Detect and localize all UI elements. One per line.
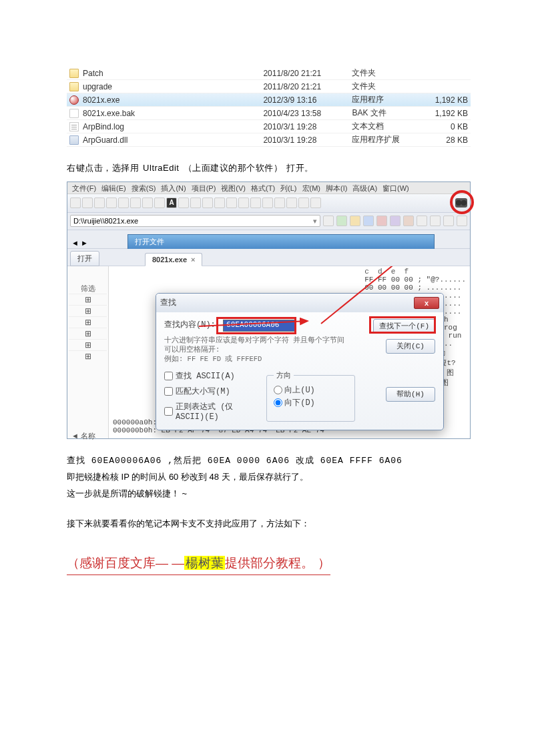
close-icon[interactable]: × [191,256,195,264]
chk-regex[interactable]: 正则表达式 (仅 ASCII)(E) [164,401,250,422]
hex-view[interactable]: c d e f FF FF 00 00 ; "@?......00 00 00 … [109,266,470,438]
menu-item[interactable]: 格式(T) [249,183,277,192]
instruction-1: 右键点击，选择用 UltraEdit （上面建议的那个软件） 打开。 [67,161,471,175]
dialog-titlebar: 查找 x [156,294,443,312]
dll-icon [69,135,79,145]
menubar[interactable]: 文件(F)编辑(E)搜索(S)插入(N)项目(P)视图(V)格式(T)列(L)宏… [67,182,470,194]
file-icon [69,109,79,118]
chk-case[interactable]: 匹配大小写(M) [164,386,250,397]
direction-group: 方向 向上(U) 向下(D) [266,370,355,422]
menu-item[interactable]: 脚本(I) [324,183,349,192]
menu-item[interactable]: 宏(M) [300,183,323,192]
folder-icon [69,82,79,91]
file-tab[interactable]: 8021x.exe× [145,253,202,266]
binoculars-icon[interactable] [455,198,467,208]
toolbar[interactable]: A [67,194,470,213]
file-tab-row: 打开 8021x.exe× [67,249,470,266]
hint-text: 十六进制字符串应该是每对字两个字符 并且每个字节间 可以用空格隔开: 例如: F… [164,336,355,364]
menu-item[interactable]: 窗口(W) [380,183,411,192]
highlight-box [369,316,436,334]
file-row[interactable]: ArpGuard.dll2010/3/1 19:28应用程序扩展28 KB [67,133,471,147]
menu-item[interactable]: 列(L) [278,183,298,192]
menu-item[interactable]: 视图(V) [219,183,248,192]
file-row[interactable]: ArpBind.log2010/3/1 19:28文本文档0 KB [67,120,471,133]
txt-icon [69,122,79,131]
folder-icon [69,69,79,78]
tree-tab-row: ◄ ► 打开文件 [67,230,470,249]
font-icon: A [166,198,177,208]
path-input[interactable]: D:\\ruijie\\8021x.exe▾ [70,215,320,227]
radio-up[interactable]: 向上(U) [274,384,315,396]
close-button[interactable]: 关闭(C) [386,339,435,354]
file-row[interactable]: 8021x.exe.bak2010/4/23 13:58BAK 文件1,192 … [67,107,471,120]
menu-item[interactable]: 编辑(E) [99,183,128,192]
menu-item[interactable]: 高级(A) [350,183,379,192]
ultraedit-window: 文件(F)编辑(E)搜索(S)插入(N)项目(P)视图(V)格式(T)列(L)宏… [67,181,471,439]
instruction-block: 查找 60EA00006A06 ,然后把 60EA 0000 6A06 改成 6… [67,452,471,502]
find-label: 查找内容(N): [164,319,216,330]
menu-item[interactable]: 插入(N) [159,183,188,192]
close-icon[interactable]: x [414,297,439,309]
next-step-text: 接下来就要看看你的笔记本网卡支不支持此应用了，方法如下： [67,516,471,532]
address-bar-row: D:\\ruijie\\8021x.exe▾ [67,213,470,230]
tree-sidebar: 筛选 ⊞⊞⊞⊞⊞⊞ ◄ 名称 [67,266,109,438]
exe-icon [69,95,79,105]
menu-item[interactable]: 搜索(S) [129,183,158,192]
file-list: Patch2011/8/20 21:21文件夹upgrade2011/8/20 … [67,67,471,147]
radio-down[interactable]: 向下(D) [274,397,315,408]
side-tab-open[interactable]: 打开 [70,251,99,266]
open-file-tab[interactable]: 打开文件 [127,234,435,249]
file-row[interactable]: upgrade2011/8/20 21:21文件夹 [67,80,471,93]
file-row[interactable]: 8021x.exe2012/3/9 13:16应用程序1,192 KB [67,93,471,107]
chk-ascii[interactable]: 查找 ASCII(A) [164,370,250,382]
credit-line: （感谢百度文库— —楊树葉提供部分教程。 ） [67,554,471,575]
find-dialog: 查找 x 查找内容(N): 60EA00006A06 [156,293,444,431]
help-button[interactable]: 帮助(H) [386,387,435,402]
file-row[interactable]: Patch2011/8/20 21:21文件夹 [67,67,471,80]
menu-item[interactable]: 文件(F) [70,183,98,192]
highlight-box [216,317,296,334]
menu-item[interactable]: 项目(P) [190,183,218,192]
